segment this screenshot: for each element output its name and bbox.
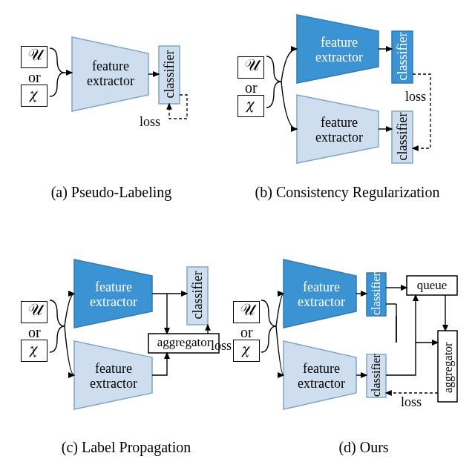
input-u-b: 𝒰 — [238, 56, 264, 79]
classifier-label-d-bottom: classifier — [370, 355, 383, 397]
feature-extractor-label-d-top: featureextractor — [292, 280, 350, 310]
input-u-a: 𝒰 — [21, 46, 48, 68]
feature-extractor-label-b-bottom: featureextractor — [309, 116, 370, 145]
caption-a: (a) Pseudo-Labeling — [22, 184, 200, 201]
feature-extractor-label-b-top: featureextractor — [309, 36, 370, 65]
caption-d: (d) Ours — [312, 439, 416, 456]
loss-label-d: loss — [401, 394, 422, 410]
aggregator-label-c: aggregator — [150, 336, 218, 350]
input-u-d: 𝒰 — [233, 301, 260, 323]
classifier-label-d-top: classifier — [370, 274, 383, 315]
input-u-c: 𝒰 — [21, 301, 48, 323]
caption-c: (c) Label Propagation — [37, 439, 215, 456]
classifier-label-b-bottom: classifier — [395, 116, 410, 161]
feature-extractor-label-d-bottom: featureextractor — [292, 362, 350, 391]
classifier-label-c: classifier — [190, 275, 206, 320]
input-chi-d: 𝜒 — [233, 340, 260, 362]
feature-extractor-label-a: featureextractor — [80, 59, 141, 89]
feature-extractor-label-c-top: featureextractor — [83, 280, 144, 310]
loss-label-a: loss — [140, 114, 160, 130]
caption-b: (b) Consistency Regularization — [236, 184, 459, 201]
input-chi-b: 𝜒 — [238, 95, 264, 117]
input-chi-c: 𝜒 — [21, 340, 48, 362]
classifier-label-a: classifier — [162, 54, 177, 99]
loss-label-c: loss — [211, 338, 232, 354]
classifier-label-b-top: classifier — [395, 36, 410, 81]
input-chi-a: 𝜒 — [21, 85, 48, 107]
aggregator-label-d: aggregator — [442, 341, 455, 393]
queue-label-d: queue — [408, 279, 456, 293]
loss-label-b: loss — [405, 89, 426, 105]
feature-extractor-label-c-bottom: featureextractor — [83, 362, 144, 391]
